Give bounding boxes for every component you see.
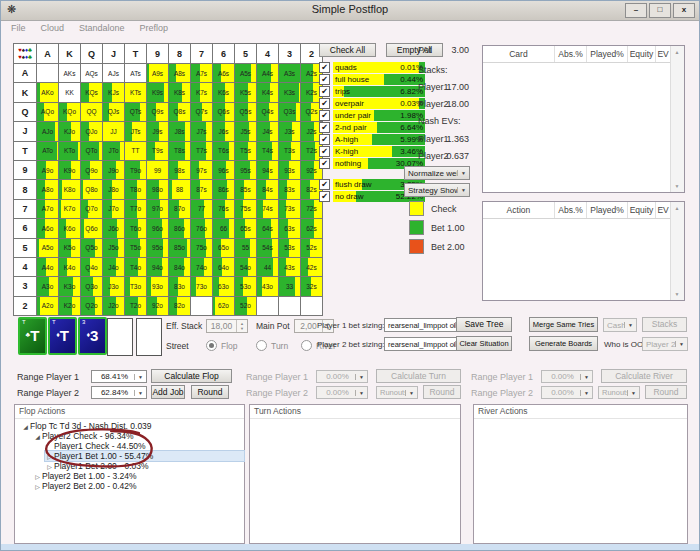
matrix-cell-empty[interactable] xyxy=(279,297,300,315)
matrix-cell-83s[interactable]: 83s xyxy=(279,180,300,198)
matrix-cell-KTo[interactable]: KTo xyxy=(59,142,80,160)
scroll-down-icon[interactable]: ▼ xyxy=(671,180,683,192)
matrix-cell-A9s[interactable]: A9s xyxy=(147,64,168,82)
matrix-cell-53s[interactable]: 53s xyxy=(279,239,300,257)
scroll-up-icon[interactable]: ▲ xyxy=(671,46,683,58)
matrix-cell-93o[interactable]: 93o xyxy=(147,277,168,295)
checkbox[interactable]: ✔ xyxy=(319,98,330,109)
matrix-cell-63s[interactable]: 63s xyxy=(279,219,300,237)
matrix-cell-T4s[interactable]: T4s xyxy=(257,142,278,160)
matrix-cell-73o[interactable]: 73o xyxy=(191,277,212,295)
column-header-action[interactable]: Action xyxy=(483,202,555,218)
empty-card-slot[interactable] xyxy=(136,318,162,356)
matrix-cell-62s[interactable]: 62s xyxy=(301,219,322,237)
matrix-cell-Q4o[interactable]: Q4o xyxy=(81,258,102,276)
category-bar[interactable]: full house0.44% xyxy=(333,74,425,85)
matrix-cell-54s[interactable]: 54s xyxy=(257,239,278,257)
matrix-cell-J7o[interactable]: J7o xyxy=(103,200,124,218)
matrix-cell-Q6o[interactable]: Q6o xyxy=(81,219,102,237)
matrix-cell-64o[interactable]: 64o xyxy=(213,258,234,276)
matrix-cell-A4o[interactable]: A4o xyxy=(37,258,58,276)
tree-node-content[interactable]: ▷Player2 Bet 2.00 - 0.42% xyxy=(33,481,137,491)
matrix-cell-A2o[interactable]: A2o xyxy=(37,297,58,315)
matrix-cell-63o[interactable]: 63o xyxy=(213,277,234,295)
matrix-cell-95s[interactable]: 95s xyxy=(235,161,256,179)
matrix-cell-J8s[interactable]: J8s xyxy=(169,122,190,140)
matrix-cell-85o[interactable]: 85o xyxy=(169,239,190,257)
matrix-cell-AJo[interactable]: AJo xyxy=(37,122,58,140)
checkbox[interactable]: ✔ xyxy=(319,74,330,85)
matrix-cell-52s[interactable]: 52s xyxy=(301,239,322,257)
matrix-cell-K7o[interactable]: K7o xyxy=(59,200,80,218)
matrix-cell-A4s[interactable]: A4s xyxy=(257,64,278,82)
matrix-cell-T3s[interactable]: T3s xyxy=(279,142,300,160)
tree-collapsed-icon[interactable]: ▷ xyxy=(45,453,54,460)
matrix-cell-99[interactable]: 99 xyxy=(147,161,168,179)
tree-node-content[interactable]: ◢Flop Tc Td 3d - Nash Dist. 0.039 xyxy=(21,421,152,431)
matrix-cell-AQs[interactable]: AQs xyxy=(81,64,102,82)
minimize-button[interactable]: – xyxy=(625,3,647,18)
matrix-cell-A8s[interactable]: A8s xyxy=(169,64,190,82)
matrix-cell-J4o[interactable]: J4o xyxy=(103,258,124,276)
matrix-cell-98s[interactable]: 98s xyxy=(169,161,190,179)
cash-dropdown[interactable]: Cash ▼ xyxy=(603,318,637,332)
matrix-cell-65o[interactable]: 65o xyxy=(213,239,234,257)
range-player1-river-combo[interactable]: 0.00% ▼ xyxy=(541,370,593,383)
checkbox[interactable]: ✔ xyxy=(319,110,330,121)
matrix-cell-JTo[interactable]: JTo xyxy=(103,142,124,160)
matrix-cell-ATs[interactable]: ATs xyxy=(125,64,146,82)
matrix-cell-95o[interactable]: 95o xyxy=(147,239,168,257)
matrix-cell-empty[interactable] xyxy=(191,297,212,315)
matrix-cell-KJo[interactable]: KJo xyxy=(59,122,80,140)
add-job-button[interactable]: Add Job xyxy=(151,385,185,399)
matrix-cell-44[interactable]: 44 xyxy=(257,258,278,276)
matrix-cell-K4o[interactable]: K4o xyxy=(59,258,80,276)
suit-♣-icon[interactable]: ♣ xyxy=(28,47,32,53)
matrix-cell-T5s[interactable]: T5s xyxy=(235,142,256,160)
matrix-cell-K8o[interactable]: K8o xyxy=(59,180,80,198)
matrix-cell-A5o[interactable]: A5o xyxy=(37,239,58,257)
matrix-cell-J8o[interactable]: J8o xyxy=(103,180,124,198)
matrix-cell-84o[interactable]: 84o xyxy=(169,258,190,276)
matrix-cell-73s[interactable]: 73s xyxy=(279,200,300,218)
tree-collapsed-icon[interactable]: ▷ xyxy=(33,483,42,490)
matrix-cell-Q8o[interactable]: Q8o xyxy=(81,180,102,198)
maximize-button[interactable]: □ xyxy=(649,3,671,18)
matrix-cell-AKs[interactable]: AKs xyxy=(59,64,80,82)
matrix-cell-QJo[interactable]: QJo xyxy=(81,122,102,140)
column-header-ev[interactable]: EV xyxy=(656,46,671,62)
matrix-cell-JJ[interactable]: JJ xyxy=(103,122,124,140)
checkbox[interactable]: ✔ xyxy=(319,86,330,97)
matrix-cell-K5o[interactable]: K5o xyxy=(59,239,80,257)
board-card-T-club[interactable]: T♣T xyxy=(18,317,47,355)
tree-expanded-icon[interactable]: ◢ xyxy=(21,423,30,430)
check-all-button[interactable]: Check All xyxy=(319,43,376,57)
matrix-cell-54o[interactable]: 54o xyxy=(235,258,256,276)
checkbox[interactable]: ✔ xyxy=(319,62,330,73)
matrix-cell-75s[interactable]: 75s xyxy=(235,200,256,218)
matrix-cell-55[interactable]: 55 xyxy=(235,239,256,257)
tree-node-content[interactable]: ▷Player1 Bet 1.00 - 55.47% xyxy=(45,451,244,461)
checkbox[interactable]: ✔ xyxy=(319,179,330,190)
matrix-cell-75o[interactable]: 75o xyxy=(191,239,212,257)
matrix-cell-A9o[interactable]: A9o xyxy=(37,161,58,179)
empty-card-slot[interactable] xyxy=(107,318,133,356)
column-header-abs[interactable]: Abs.% xyxy=(555,46,587,62)
runouts-turn-dropdown[interactable]: Runouts ▼ xyxy=(376,386,418,399)
checkbox[interactable]: ✔ xyxy=(319,191,330,202)
tree-node[interactable]: ◢Flop Tc Td 3d - Nash Dist. 0.039 xyxy=(15,421,244,431)
matrix-cell-43s[interactable]: 43s xyxy=(279,258,300,276)
range-player2-river-combo[interactable]: 0.00% ▼ xyxy=(541,386,593,399)
matrix-cell-T5o[interactable]: T5o xyxy=(125,239,146,257)
category-bar[interactable]: K-high3.46% xyxy=(333,146,425,157)
matrix-cell-KK[interactable]: KK xyxy=(59,83,80,101)
matrix-cell-86s[interactable]: 86s xyxy=(213,180,234,198)
calculate-river-button[interactable]: Calculate River xyxy=(601,369,687,383)
tree-node-content[interactable]: ◢Player2 Check - 96.34% xyxy=(33,431,134,441)
merge-same-tries-button[interactable]: Merge Same Tries xyxy=(529,317,598,332)
matrix-cell-KQs[interactable]: KQs xyxy=(81,83,102,101)
matrix-cell-Q4s[interactable]: Q4s xyxy=(257,103,278,121)
action-table-scrollbar[interactable]: ▲ ▼ xyxy=(670,202,684,300)
category-bar[interactable]: trips6.82% xyxy=(333,86,425,97)
checkbox[interactable]: ✔ xyxy=(319,146,330,157)
